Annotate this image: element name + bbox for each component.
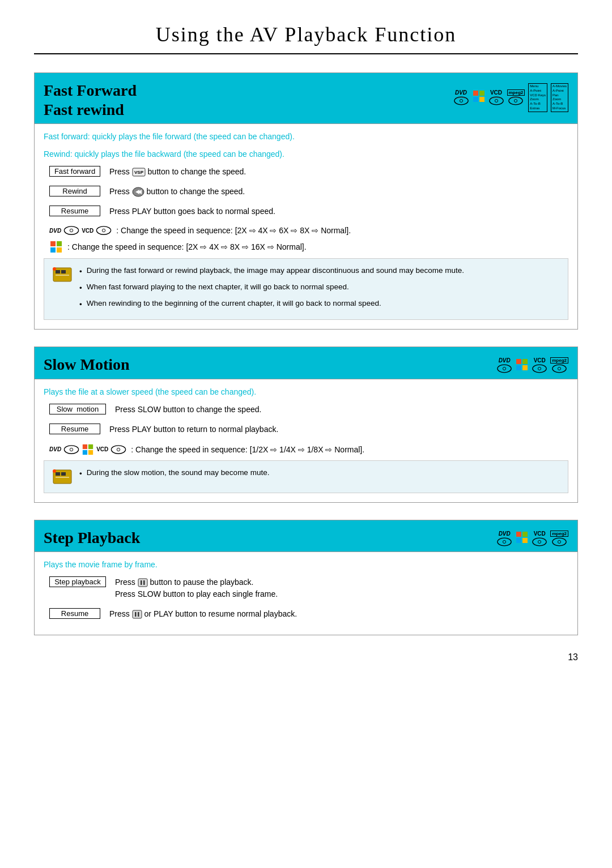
svg-rect-61 [138, 579, 147, 587]
svg-rect-47 [56, 472, 60, 476]
svg-point-8 [509, 97, 522, 105]
section3-title: Step Playback [44, 528, 140, 548]
svg-rect-3 [479, 91, 484, 96]
section1-desc1: Fast forward: quickly plays the file for… [44, 131, 568, 143]
svg-rect-55 [516, 538, 521, 543]
svg-point-1 [460, 99, 462, 102]
mpeg2-label-2: mpeg2 [550, 357, 568, 374]
section1-notes: • During the fast forward or rewind play… [44, 258, 568, 320]
slow-speed-text: : Change the speed in sequence: [1/2X ⇨ … [131, 445, 364, 454]
svg-point-57 [533, 538, 546, 546]
vcd-icon-2: VCD [532, 357, 547, 374]
section1-icons: DVD VCD [454, 81, 569, 112]
svg-point-51 [498, 538, 511, 546]
small-table-icon: Menu A-Point VCD Keys Zoom A-To-B Extras [528, 83, 547, 112]
svg-point-6 [489, 97, 503, 105]
dvd-vcd-speed-text: : Change the speed in sequence: [2X ⇨ 4X… [116, 226, 351, 235]
dvd-vcd-speed-icons: DVD VCD [49, 225, 112, 236]
windows-icon-2 [515, 358, 529, 374]
note-icon-2 [52, 467, 73, 487]
pause-button-icon-2 [132, 610, 142, 619]
svg-point-0 [454, 97, 468, 105]
resume-desc-2: Press PLAY button to return to normal pl… [109, 424, 278, 435]
svg-point-38 [65, 445, 79, 453]
fast-forward-desc: Press VSP button to change the speed. [109, 166, 246, 178]
dvd-icon-3: DVD [497, 531, 512, 547]
note-icon-1 [52, 264, 73, 285]
svg-rect-2 [473, 91, 478, 96]
svg-point-17 [97, 226, 111, 234]
section2-body: Plays the file at a slower speed (the sp… [35, 379, 577, 502]
svg-rect-41 [88, 444, 93, 448]
resume-desc-1: Press PLAY button goes back to normal sp… [109, 206, 275, 217]
svg-point-36 [552, 365, 566, 373]
svg-rect-65 [135, 612, 137, 617]
rewind-label: Rewind [49, 186, 100, 196]
mpeg2-label-3: mpeg2 [550, 531, 568, 547]
resume-label-3: Resume [49, 608, 100, 619]
svg-point-35 [538, 367, 541, 370]
svg-rect-19 [50, 241, 56, 246]
title-divider [34, 53, 578, 54]
svg-point-16 [70, 229, 73, 232]
svg-point-45 [117, 448, 120, 451]
svg-rect-22 [57, 247, 62, 253]
svg-rect-66 [138, 612, 139, 617]
svg-rect-63 [143, 580, 145, 585]
resume-row-3: Resume Press or PLAY button to resume no… [44, 608, 568, 620]
svg-text:VSP: VSP [134, 170, 144, 175]
section2-header: Slow Motion DVD VCD [35, 347, 577, 379]
step-playback-section: Step Playback DVD VCD [34, 520, 578, 636]
svg-rect-20 [57, 241, 62, 246]
slow-motion-desc: Press SLOW button to change the speed. [115, 404, 261, 416]
section3-icons: DVD VCD [497, 528, 568, 547]
rewind-row: Rewind Press button to change the speed. [44, 186, 568, 198]
svg-rect-64 [133, 610, 142, 618]
dvd-vcd-speed-row: DVD VCD : Change the speed in sequence: … [44, 225, 568, 236]
svg-rect-53 [516, 532, 521, 537]
svg-point-60 [558, 540, 560, 543]
small-table2-icon: A-Movies A-Point Pan Zoom A-To-B M-Focus [551, 83, 568, 112]
resume-label-2: Resume [49, 424, 100, 434]
page-number: 13 [34, 652, 578, 662]
resume-desc-3: Press or PLAY button to resume normal pl… [109, 608, 297, 620]
section2-icons: DVD VCD [497, 355, 568, 374]
svg-rect-56 [522, 538, 528, 543]
rewind-desc: Press button to change the speed. [109, 186, 245, 198]
page-title: Using the AV Playback Function [34, 23, 578, 46]
slow-speed-row: DVD VCD : Change the speed in sequenc [44, 443, 568, 456]
step-playback-label: Step playback [49, 576, 106, 587]
svg-rect-30 [516, 359, 521, 364]
svg-rect-26 [56, 275, 69, 276]
fast-forward-label: Fast forward [49, 166, 100, 177]
windows-speed-text: : Change the speed in sequence: [2X ⇨ 4X… [67, 242, 307, 251]
svg-point-15 [65, 226, 79, 234]
svg-point-39 [70, 448, 73, 451]
slow-motion-label: Slow motion [49, 404, 106, 414]
svg-rect-4 [473, 97, 478, 102]
section3-body: Plays the movie frame by frame. Step pla… [35, 552, 577, 635]
dvd-icon-2: DVD [497, 357, 512, 374]
section2-desc: Plays the file at a slower speed (the sp… [44, 386, 568, 398]
windows-icon [472, 89, 486, 105]
step-playback-desc: Press button to pause the playback. Pres… [115, 576, 278, 600]
svg-point-50 [53, 469, 56, 473]
section3-header: Step Playback DVD VCD [35, 520, 577, 553]
svg-rect-62 [141, 580, 142, 585]
section1-body: Fast forward: quickly plays the file for… [35, 124, 577, 329]
step-playback-row: Step playback Press button to pause the … [44, 576, 568, 600]
section3-desc: Plays the movie frame by frame. [44, 559, 568, 571]
slow-motion-row: Slow motion Press SLOW button to change … [44, 404, 568, 416]
section1-desc2: Rewind: quickly plays the file backward … [44, 148, 568, 160]
windows-speed-row: : Change the speed in sequence: [2X ⇨ 4X… [44, 240, 568, 254]
section1-title: Fast Forward Fast rewind [44, 81, 137, 119]
section2-notes: • During the slow motion, the sound may … [44, 460, 568, 493]
fast-forward-row: Fast forward Press VSP button to change … [44, 166, 568, 178]
vcd-icon-3: VCD [532, 531, 547, 547]
dvd-icon: DVD [454, 89, 469, 106]
svg-point-44 [112, 445, 126, 453]
section2-title: Slow Motion [44, 355, 130, 374]
slow-speed-icons: DVD VCD [49, 443, 126, 456]
svg-rect-49 [56, 477, 69, 478]
pause-button-icon [138, 578, 148, 587]
